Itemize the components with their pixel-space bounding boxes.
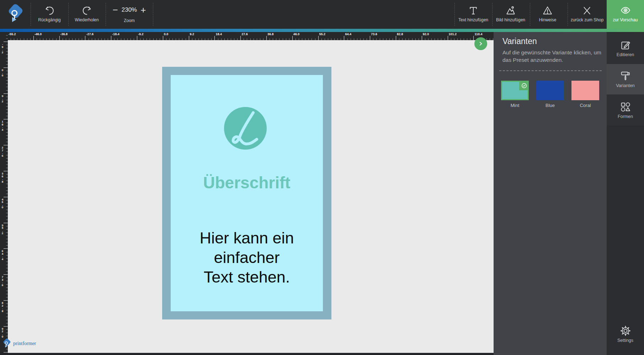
- body-line: Hier kann ein: [162, 228, 331, 248]
- ruler-tick: [240, 36, 241, 40]
- ruler-tick: [4, 171, 8, 171]
- sidebar-item-editieren[interactable]: Editieren: [607, 33, 644, 64]
- gear-icon: [620, 325, 631, 337]
- shapes-icon: [620, 101, 631, 113]
- ruler-label: 101.2: [449, 32, 457, 36]
- variant-swatch-blue[interactable]: [536, 81, 564, 100]
- poster-heading[interactable]: Überschrift: [162, 174, 331, 191]
- ruler-label: 0.0: [1, 69, 4, 77]
- toolbar-separator: [568, 3, 568, 26]
- ruler-label: 27.6: [241, 32, 248, 36]
- close-icon: [582, 5, 592, 17]
- preview-button[interactable]: zur Vorschau: [607, 0, 644, 32]
- hints-button[interactable]: Hinweise: [539, 0, 557, 29]
- toolbar-separator: [454, 3, 455, 26]
- zoom-value: 230%: [122, 6, 137, 14]
- printformer-logo[interactable]: [4, 2, 26, 26]
- image-icon: [505, 5, 516, 17]
- ruler-tick: [4, 68, 8, 68]
- undo-button[interactable]: Rückgängig: [38, 0, 60, 29]
- ruler-tick: [344, 36, 344, 40]
- ruler-tick: [189, 36, 189, 40]
- editor-app: Rückgängig Wiederholen − 230% + Zoom: [0, 0, 644, 355]
- sidebar-item-varianten[interactable]: Varianten: [607, 64, 644, 95]
- toolbar-separator: [68, 3, 69, 26]
- printformer-logo-icon: [6, 4, 25, 25]
- variant-swatch-mint[interactable]: [501, 81, 529, 100]
- chevron-right-icon: [478, 41, 484, 47]
- ruler-tick: [4, 42, 8, 42]
- ruler-label: -9.2: [138, 32, 144, 36]
- check-circle-icon: [521, 82, 527, 89]
- add-text-label: Text hinzufügen: [458, 17, 488, 22]
- ruler-tick: [4, 93, 8, 94]
- gradient-bar: [0, 29, 644, 32]
- poster-logo-mark[interactable]: [224, 107, 267, 150]
- sidebar-item-label: Formen: [618, 114, 633, 119]
- ruler-tick: [4, 145, 8, 145]
- ruler-label: 55.2: [1, 224, 4, 235]
- add-image-button[interactable]: Bild hinzufügen: [496, 0, 525, 29]
- body-line: Text stehen.: [162, 267, 331, 287]
- poster-inner-area[interactable]: Überschrift Hier kann ein einfacher Text…: [171, 75, 323, 311]
- variant-label-blue: Blue: [536, 103, 564, 108]
- poster-artboard[interactable]: Überschrift Hier kann ein einfacher Text…: [162, 67, 331, 319]
- sidebar-item-label: Editieren: [617, 52, 634, 57]
- settings-button[interactable]: Settings: [607, 325, 644, 350]
- ruler-tick: [4, 326, 8, 327]
- ruler-label: 18.4: [1, 120, 4, 131]
- design-canvas[interactable]: Überschrift Hier kann ein einfacher Text…: [8, 40, 494, 355]
- ruler-tick: [6, 35, 8, 36]
- settings-label: Settings: [617, 338, 633, 343]
- panel-divider: [499, 70, 602, 71]
- ruler-label: 46.0: [293, 32, 300, 36]
- ruler-label: 46.0: [1, 198, 4, 209]
- ruler-label: 82.8: [397, 32, 403, 36]
- redo-label: Wiederholen: [75, 17, 99, 22]
- ruler-tick: [59, 36, 60, 40]
- zoom-label: Zoom: [106, 18, 153, 23]
- tool-sidebar: Editieren Varianten Forme: [607, 32, 644, 355]
- ruler-tick: [4, 119, 8, 119]
- sidebar-item-formen[interactable]: Formen: [607, 95, 644, 125]
- zoom-out-button[interactable]: −: [113, 5, 118, 15]
- poster-body-text[interactable]: Hier kann ein einfacher Text stehen.: [162, 228, 331, 287]
- printformer-brand-text: printformer: [13, 341, 36, 346]
- ruler-label: 73.6: [1, 276, 4, 286]
- ruler-tick: [370, 36, 370, 40]
- variant-swatch-coral[interactable]: [571, 81, 599, 100]
- ruler-label: -18.4: [112, 32, 119, 36]
- ruler-tick: [6, 38, 8, 39]
- hints-label: Hinweise: [539, 17, 557, 22]
- ruler-tick: [396, 36, 396, 40]
- edit-icon: [620, 39, 631, 52]
- variants-panel: Varianten Auf die gewünschte Variante kl…: [494, 32, 607, 355]
- ruler-label: -36.8: [60, 32, 68, 36]
- ruler-label: -55.2: [9, 32, 16, 36]
- ruler-label: 18.4: [215, 32, 222, 36]
- printformer-brand[interactable]: printformer: [2, 338, 36, 349]
- ruler-label: 55.2: [319, 32, 326, 36]
- ruler-label: 92.0: [423, 32, 429, 36]
- ruler-tick: [422, 36, 422, 40]
- selected-check-badge: [519, 81, 529, 90]
- ruler-tick: [266, 36, 267, 40]
- panel-subtitle: Auf die gewünschte Variante klicken, um …: [502, 49, 603, 64]
- ruler-tick: [4, 197, 8, 197]
- back-to-shop-button[interactable]: zurück zum Shop: [571, 0, 604, 29]
- ruler-tick: [163, 36, 163, 40]
- ruler-tick: [473, 36, 474, 40]
- redo-button[interactable]: Wiederholen: [75, 0, 99, 29]
- add-text-button[interactable]: Text hinzufügen: [458, 0, 488, 29]
- ruler-tick: [448, 36, 448, 40]
- ruler-label: 9.2: [190, 32, 195, 36]
- ruler-tick: [4, 352, 8, 353]
- undo-icon: [44, 5, 55, 17]
- ruler-label: 9.2: [1, 95, 4, 103]
- toolbar-separator: [31, 3, 31, 26]
- panel-collapse-button[interactable]: [474, 37, 487, 50]
- ruler-tick: [4, 300, 8, 301]
- toolbar-separator: [153, 3, 153, 26]
- ruler-label: 82.8: [1, 302, 4, 312]
- zoom-in-button[interactable]: +: [140, 5, 146, 15]
